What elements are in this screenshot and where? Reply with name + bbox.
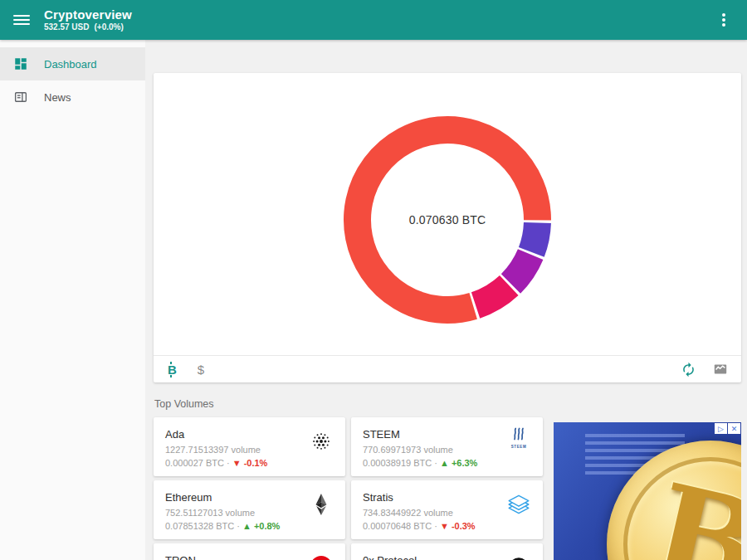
sidebar-item-label: News <box>44 91 71 104</box>
coin-card-ethereum[interactable]: Ethereum 752.51127013 volume 0.07851328 … <box>154 480 345 539</box>
sidebar-item-dashboard[interactable]: Dashboard <box>0 47 145 80</box>
app-header: Cryptoverview 532.57 USD(+0.0%) <box>0 0 747 40</box>
currency-btc-toggle[interactable]: B <box>167 363 178 376</box>
cardano-icon <box>308 430 334 456</box>
coin-value: 0.000027 BTC · ▼ -0.1% <box>165 458 334 468</box>
coin-change: ▼ -0.3% <box>440 521 476 531</box>
coin-btc-value: 0.00038919 BTC · <box>363 458 437 468</box>
steem-icon: STEEM <box>505 427 532 449</box>
donut-segment[interactable] <box>510 255 530 284</box>
menu-icon[interactable] <box>13 15 30 25</box>
sidebar: Dashboard News <box>0 40 145 560</box>
steem-icon-word: STEEM <box>505 445 532 449</box>
coin-change: ▲ +0.8% <box>242 521 280 531</box>
donut-center-label: 0.070630 BTC <box>409 213 486 226</box>
chart-toolbar: B $ <box>154 355 741 382</box>
dashboard-icon <box>13 56 28 71</box>
coin-btc-value: 0.000027 BTC · <box>165 458 230 468</box>
portfolio-total-value: 532.57 USD <box>44 22 89 32</box>
coin-value: 0.00070648 BTC · ▼ -0.3% <box>363 521 531 531</box>
coin-value: 0.07851328 BTC · ▲ +0.8% <box>165 521 334 531</box>
advertisement[interactable]: B ▷ ✕ <box>554 422 741 560</box>
header-titles: Cryptoverview 532.57 USD(+0.0%) <box>44 7 132 32</box>
coin-change: ▲ +6.3% <box>440 458 477 468</box>
coin-btc-value: 0.00070648 BTC · <box>363 521 437 531</box>
stratis-icon <box>505 493 532 519</box>
sidebar-item-label: Dashboard <box>44 58 97 71</box>
app-title: Cryptoverview <box>44 7 132 22</box>
coin-card-stratis[interactable]: Stratis 734.83449922 volume 0.00070648 B… <box>351 480 543 539</box>
portfolio-total-change: (+0.0%) <box>94 22 123 32</box>
news-icon <box>13 90 28 105</box>
coin-card-0x-protocol[interactable]: 0x Protocol <box>351 543 543 560</box>
tron-icon <box>308 556 334 560</box>
top-volumes-title: Top Volumes <box>154 398 741 410</box>
donut-segment[interactable] <box>531 222 537 251</box>
donut-segment[interactable] <box>476 285 509 305</box>
coin-btc-value: 0.07851328 BTC · <box>165 521 240 531</box>
donut-chart[interactable]: 0.070630 BTC <box>154 73 741 355</box>
portfolio-total: 532.57 USD(+0.0%) <box>44 22 132 32</box>
coin-card-ada[interactable]: Ada 1227.71513397 volume 0.000027 BTC · … <box>154 417 345 476</box>
top-volumes-grid: Ada 1227.71513397 volume 0.000027 BTC · … <box>154 417 543 560</box>
coin-card-tron[interactable]: TRON <box>154 543 345 560</box>
currency-usd-toggle[interactable]: $ <box>198 363 204 376</box>
more-options-icon[interactable] <box>719 10 729 30</box>
ethereum-icon <box>308 493 334 519</box>
sidebar-item-news[interactable]: News <box>0 80 145 114</box>
chart-view-icon[interactable] <box>713 362 728 377</box>
coin-change: ▼ -0.1% <box>232 458 268 468</box>
coin-value: 0.00038919 BTC · ▲ +6.3% <box>363 458 531 468</box>
ad-close-icon[interactable]: ✕ <box>728 423 740 434</box>
portfolio-chart-card: 0.070630 BTC B $ <box>154 73 741 382</box>
coin-card-steem[interactable]: STEEM 770.69971973 volume 0.00038919 BTC… <box>351 417 543 476</box>
refresh-icon[interactable] <box>681 362 696 377</box>
0x-icon <box>505 556 532 560</box>
adchoices-icon[interactable]: ▷ <box>715 423 727 434</box>
main-content: 0.070630 BTC B $ Top Volumes <box>145 40 747 560</box>
